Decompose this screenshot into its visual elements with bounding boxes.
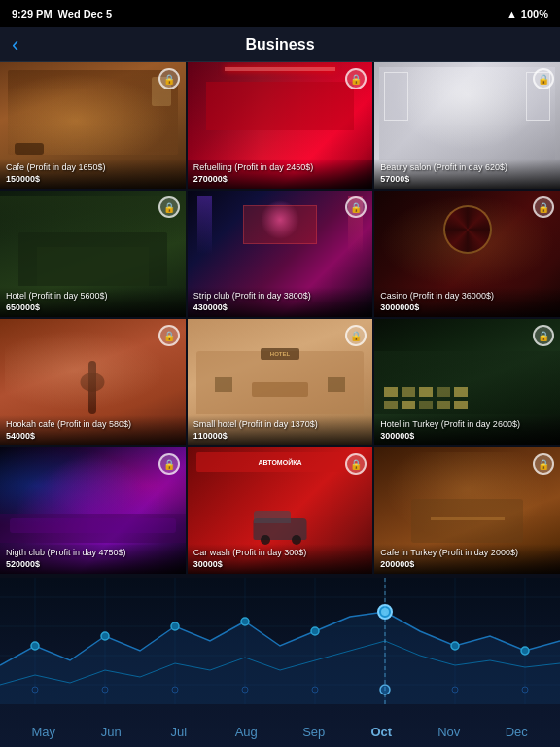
month-jul[interactable]: Jul (145, 725, 213, 739)
card-title-refuel: Refuelling (Profit in day 2450$) (193, 162, 368, 174)
svg-point-17 (311, 627, 319, 635)
lock-icon-nightclub: 🔒 (158, 453, 180, 475)
lock-icon-beauty: 🔒 (533, 68, 554, 89)
card-refuelling[interactable]: Refuelling (Profit in day 2450$) 270000$… (188, 62, 373, 189)
timeline-area: May Jun Jul Aug Sep Oct Nov Dec (0, 578, 560, 747)
wifi-icon: ▲ (507, 8, 517, 19)
card-overlay-nightclub: Nigth club (Profit in day 4750$) 520000$ (0, 544, 186, 574)
status-bar: 9:29 PM Wed Dec 5 ▲ 100% (0, 0, 560, 27)
card-price-casino: 3000000$ (380, 302, 554, 312)
svg-point-28 (380, 685, 390, 694)
status-left: 9:29 PM Wed Dec 5 (12, 8, 112, 19)
month-dec[interactable]: Dec (483, 725, 551, 739)
lock-icon-hotel: 🔒 (158, 196, 180, 218)
card-overlay-hotelturkey: Hotel in Turkey (Profit in day 2600$) 30… (374, 415, 560, 445)
card-title-nightclub: Nigth club (Profit in day 4750$) (6, 548, 180, 559)
lock-icon-hotelturkey: 🔒 (533, 325, 554, 346)
card-title-smallhotel: Small hotel (Profit in day 1370$) (193, 419, 368, 431)
card-strip[interactable]: Strip club (Profit in day 3800$) 430000$… (188, 191, 373, 317)
card-overlay-cafe: Cafe (Profit in day 1650$) 150000$ (0, 159, 186, 189)
month-oct[interactable]: Oct (348, 725, 416, 739)
card-title-carwash: Car wash (Profit in day 300$) (193, 548, 368, 559)
business-grid: Cafe (Profit in day 1650$) 150000$ 🔒 Ref… (0, 62, 560, 578)
lock-icon-casino: 🔒 (533, 196, 554, 218)
main-content: Cafe (Profit in day 1650$) 150000$ 🔒 Ref… (0, 62, 560, 747)
status-right: ▲ 100% (507, 8, 548, 19)
card-price-hotelturkey: 300000$ (380, 431, 554, 441)
card-overlay-smallhotel: Small hotel (Profit in day 1370$) 110000… (188, 415, 373, 445)
card-overlay-strip: Strip club (Profit in day 3800$) 430000$ (188, 287, 373, 317)
card-cafe-turkey[interactable]: Cafe in Turkey (Profit in day 2000$) 200… (374, 447, 560, 574)
nav-bar: ‹ Business (0, 27, 560, 62)
card-price-cafe: 150000$ (6, 174, 180, 184)
chart-svg (0, 578, 560, 704)
time: 9:29 PM (12, 8, 52, 19)
svg-point-15 (171, 622, 179, 630)
svg-point-14 (101, 632, 109, 640)
card-beauty[interactable]: Beauty salon (Profit in day 620$) 57000$… (374, 62, 560, 189)
card-title-beauty: Beauty salon (Profit in day 620$) (380, 162, 554, 174)
card-title-hookah: Hookah cafe (Profit in day 580$) (6, 419, 180, 431)
card-overlay-cafeturkey: Cafe in Turkey (Profit in day 2000$) 200… (374, 544, 560, 574)
card-title-hotelturkey: Hotel in Turkey (Profit in day 2600$) (380, 419, 554, 431)
card-price-nightclub: 520000$ (6, 559, 180, 569)
card-title-hotel: Hotel (Profit in day 5600$) (6, 291, 180, 302)
card-cafe[interactable]: Cafe (Profit in day 1650$) 150000$ 🔒 (0, 62, 186, 189)
lock-icon-cafe: 🔒 (158, 68, 180, 89)
card-price-hotel: 650000$ (6, 302, 180, 312)
card-hotel[interactable]: Hotel (Profit in day 5600$) 650000$ 🔒 (0, 191, 186, 317)
card-overlay-hotel: Hotel (Profit in day 5600$) 650000$ (0, 287, 186, 317)
card-overlay-casino: Casino (Profit in day 36000$) 3000000$ (374, 287, 560, 317)
page-title: Business (245, 36, 314, 53)
card-price-refuel: 270000$ (193, 174, 368, 184)
card-hookah[interactable]: Hookah cafe (Profit in day 580$) 54000$ … (0, 319, 186, 445)
card-title-casino: Casino (Profit in day 36000$) (380, 291, 554, 302)
month-sep[interactable]: Sep (280, 725, 348, 739)
card-price-hookah: 54000$ (6, 431, 180, 441)
card-price-strip: 430000$ (193, 302, 368, 312)
card-casino[interactable]: Casino (Profit in day 36000$) 3000000$ 🔒 (374, 191, 560, 317)
month-aug[interactable]: Aug (213, 725, 281, 739)
card-title-cafeturkey: Cafe in Turkey (Profit in day 2000$) (380, 548, 554, 559)
svg-point-16 (241, 618, 249, 625)
svg-marker-12 (0, 612, 560, 704)
card-title-cafe: Cafe (Profit in day 1650$) (6, 162, 180, 174)
date: Wed Dec 5 (58, 8, 112, 19)
back-button[interactable]: ‹ (12, 34, 18, 55)
svg-point-13 (31, 642, 39, 650)
card-price-smallhotel: 110000$ (193, 431, 368, 441)
month-nov[interactable]: Nov (415, 725, 483, 739)
card-price-carwash: 30000$ (193, 559, 368, 569)
card-title-strip: Strip club (Profit in day 3800$) (193, 291, 368, 302)
card-overlay-refuel: Refuelling (Profit in day 2450$) 270000$ (188, 159, 373, 189)
svg-point-21 (521, 647, 529, 655)
lock-icon-hookah: 🔒 (158, 325, 180, 346)
battery: 100% (521, 8, 548, 19)
month-labels: May Jun Jul Aug Sep Oct Nov Dec (0, 725, 560, 739)
card-price-beauty: 57000$ (380, 174, 554, 184)
month-may[interactable]: May (10, 725, 78, 739)
month-jun[interactable]: Jun (78, 725, 146, 739)
card-overlay-carwash: Car wash (Profit in day 300$) 30000$ (188, 544, 373, 574)
card-overlay-hookah: Hookah cafe (Profit in day 580$) 54000$ (0, 415, 186, 445)
card-carwash[interactable]: АВТОМОЙКА Car wash (Profit in day 300$) … (188, 447, 373, 574)
card-nightclub[interactable]: Nigth club (Profit in day 4750$) 520000$… (0, 447, 186, 574)
card-hotel-turkey[interactable]: Hotel in Turkey (Profit in day 2600$) 30… (374, 319, 560, 445)
svg-point-20 (451, 642, 459, 650)
card-small-hotel[interactable]: HOTEL Small hotel (Profit in day 1370$) … (188, 319, 373, 445)
card-price-cafeturkey: 200000$ (380, 559, 554, 569)
lock-icon-cafeturkey: 🔒 (533, 453, 554, 475)
card-overlay-beauty: Beauty salon (Profit in day 620$) 57000$ (374, 159, 560, 189)
